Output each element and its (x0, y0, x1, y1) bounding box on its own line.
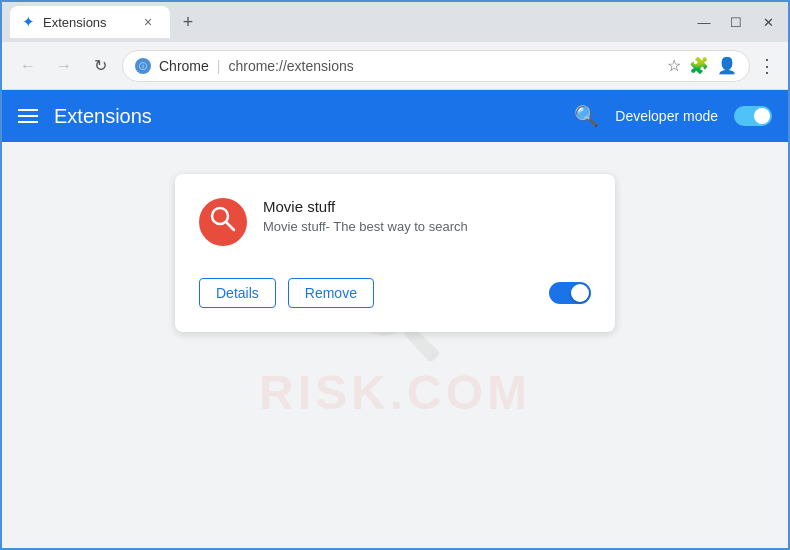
new-tab-button[interactable]: + (174, 8, 202, 36)
extension-logo (199, 198, 247, 246)
url-site-name: Chrome (159, 58, 209, 74)
back-button[interactable]: ← (14, 52, 42, 80)
forward-button[interactable]: → (50, 52, 78, 80)
developer-mode-label: Developer mode (615, 108, 718, 124)
browser-window: ✦ Extensions × + — ☐ ✕ ← → ↻ ⓘ Chrome | … (0, 0, 790, 550)
url-divider: | (217, 58, 221, 74)
extension-description: Movie stuff- The best way to search (263, 219, 591, 234)
tab-puzzle-icon: ✦ (22, 13, 35, 31)
search-icon[interactable]: 🔍 (574, 104, 599, 128)
secure-icon: ⓘ (135, 58, 151, 74)
page-title: Extensions (54, 105, 152, 128)
account-icon[interactable]: 👤 (717, 56, 737, 75)
developer-mode-toggle[interactable] (734, 106, 772, 126)
extension-text-info: Movie stuff Movie stuff- The best way to… (263, 198, 591, 234)
extension-name: Movie stuff (263, 198, 591, 215)
details-button[interactable]: Details (199, 278, 276, 308)
extensions-icon[interactable]: 🧩 (689, 56, 709, 75)
maximize-button[interactable]: ☐ (724, 10, 748, 34)
extensions-header: Extensions 🔍 Developer mode (2, 90, 788, 142)
header-right: 🔍 Developer mode (574, 104, 772, 128)
close-button[interactable]: ✕ (756, 10, 780, 34)
svg-line-3 (226, 222, 234, 230)
extension-card: Movie stuff Movie stuff- The best way to… (175, 174, 615, 332)
extension-toggle-knob (571, 284, 589, 302)
svg-text:ⓘ: ⓘ (139, 62, 147, 71)
toggle-knob (754, 108, 770, 124)
bookmark-icon[interactable]: ☆ (667, 56, 681, 75)
url-address: chrome://extensions (228, 58, 353, 74)
browser-menu-button[interactable]: ⋮ (758, 55, 776, 77)
extension-logo-icon (208, 204, 238, 241)
url-actions: ☆ 🧩 👤 (667, 56, 737, 75)
reload-button[interactable]: ↻ (86, 52, 114, 80)
main-content: 🔍 RISK.COM Movie stuff Movie stu (2, 142, 788, 548)
url-bar[interactable]: ⓘ Chrome | chrome://extensions ☆ 🧩 👤 (122, 50, 750, 82)
tab-close-button[interactable]: × (138, 12, 158, 32)
extension-info: Movie stuff Movie stuff- The best way to… (199, 198, 591, 246)
extension-actions: Details Remove (199, 278, 591, 308)
window-controls: — ☐ ✕ (692, 10, 780, 34)
minimize-button[interactable]: — (692, 10, 716, 34)
tab-label: Extensions (43, 15, 107, 30)
address-bar: ← → ↻ ⓘ Chrome | chrome://extensions ☆ 🧩… (2, 42, 788, 90)
remove-button[interactable]: Remove (288, 278, 374, 308)
title-bar: ✦ Extensions × + — ☐ ✕ (2, 2, 788, 42)
browser-tab[interactable]: ✦ Extensions × (10, 6, 170, 38)
menu-button[interactable] (18, 109, 38, 123)
watermark-text: RISK.COM (259, 365, 531, 420)
extension-toggle[interactable] (549, 282, 591, 304)
